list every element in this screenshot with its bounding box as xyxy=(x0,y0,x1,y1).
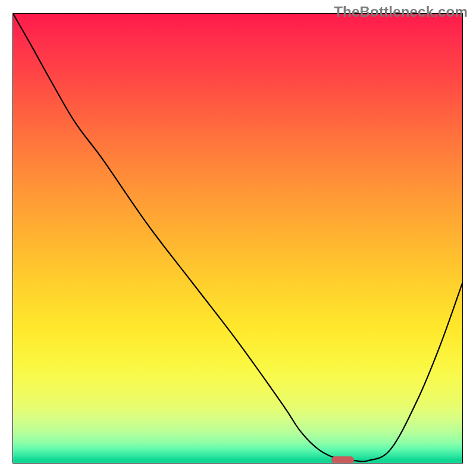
watermark-text: TheBottleneck.com xyxy=(334,4,468,20)
solution-marker xyxy=(331,456,354,464)
plot-frame xyxy=(12,13,463,464)
chart-canvas: TheBottleneck.com xyxy=(0,0,476,476)
bottleneck-curve xyxy=(13,14,462,463)
